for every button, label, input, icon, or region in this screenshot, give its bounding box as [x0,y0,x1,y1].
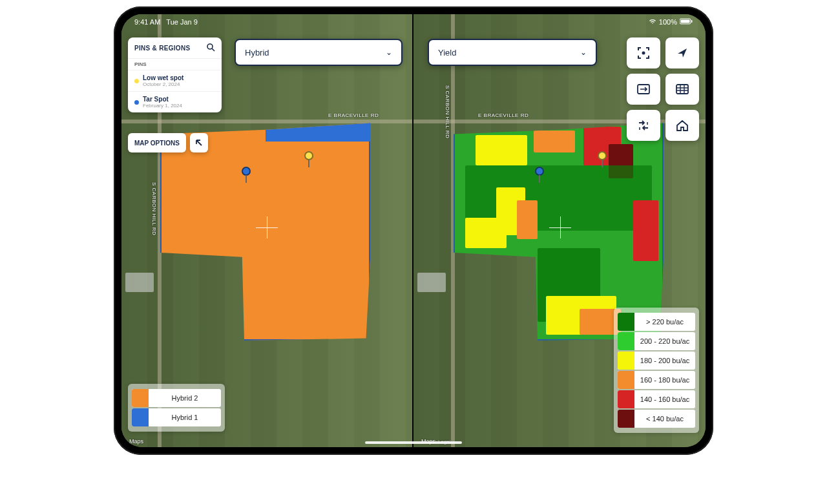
table-button[interactable] [665,74,699,105]
arrow-up-left-icon [194,138,204,147]
legend-label: < 140 bu/ac [634,415,695,423]
pins-section-header: PINS [128,58,222,70]
legend-row: Hybrid 2 [132,389,221,407]
legend-hybrid: Hybrid 2 Hybrid 1 [128,384,225,432]
pin-item-low-wet-spot[interactable]: Low wet spot October 2, 2024 [128,70,222,91]
legend-label: Hybrid 2 [149,394,221,402]
status-left: 9:41 AM Tue Jan 9 [134,18,198,26]
pin-dot-icon [134,100,139,105]
status-bar: 9:41 AM Tue Jan 9 100% [121,14,706,30]
wifi-icon [649,18,656,26]
legend-row: 180 - 200 bu/ac [618,352,695,370]
legend-label: > 220 bu/ac [634,318,695,326]
swap-view-button[interactable] [627,74,660,105]
crosshair-icon [256,216,278,238]
focus-button[interactable] [627,37,660,68]
road-label-v: S CARBON HILL RD [445,85,450,138]
pin-item-tar-spot[interactable]: Tar Spot February 1, 2024 [128,91,222,112]
buildings [417,273,446,292]
attribution-brand: Maps [129,438,143,445]
pin-yellow[interactable] [303,151,315,168]
road-h [121,120,412,123]
legend-row: Hybrid 1 [132,408,221,426]
pin-dot-icon [134,79,139,83]
swap-icon [636,83,651,95]
collapse-button[interactable] [190,133,208,152]
legend-swatch [618,390,634,408]
svg-line-4 [212,48,215,51]
battery-label: 100% [659,18,677,26]
home-indicator[interactable] [365,441,462,444]
crosshair-icon [549,216,571,238]
svg-rect-2 [691,20,693,23]
pin-item-name: Tar Spot [143,96,182,103]
legend-label: 180 - 200 bu/ac [634,357,695,364]
dropdown-label: Yield [438,48,456,58]
buildings [125,273,154,292]
pin-blue[interactable] [534,167,545,184]
legend-row: > 220 bu/ac [618,313,695,331]
pins-header: PINS & REGIONS [128,37,222,58]
compare-icon [636,120,651,131]
svg-point-5 [642,52,645,55]
map-options-group: MAP OPTIONS [128,133,208,152]
legend-row: 200 - 220 bu/ac [618,332,695,350]
dropdown-label: Hybrid [245,48,269,58]
locate-button[interactable] [665,37,699,68]
legend-label: 200 - 220 bu/ac [634,337,695,345]
location-arrow-icon [675,46,689,60]
pin-item-name: Low wet spot [143,74,183,81]
legend-label: 140 - 160 bu/ac [634,395,695,403]
pin-blue[interactable] [240,167,252,184]
chevron-down-icon: ⌄ [386,48,392,57]
table-icon [675,83,689,95]
map-attribution: Maps [127,438,143,445]
legend-label: 160 - 180 bu/ac [634,376,695,384]
tool-grid [627,37,699,141]
map-pane-right[interactable]: E BRACEVILLE RD S CARBON HILL RD Yield ⌄ [414,14,706,447]
legend-swatch [618,371,634,389]
pin-item-date: February 1, 2024 [143,103,182,109]
tablet-frame: 9:41 AM Tue Jan 9 100% E BRACEVILLE RD S… [114,6,713,455]
home-button[interactable] [665,110,699,141]
road-label-h: E BRACEVILLE RD [328,112,379,118]
legend-swatch [132,389,149,407]
legend-swatch [618,332,634,350]
svg-rect-1 [681,20,690,23]
status-time: 9:41 AM [134,18,160,26]
legend-row: < 140 bu/ac [618,410,695,428]
home-icon [675,119,689,132]
layer-dropdown-right[interactable]: Yield ⌄ [428,39,597,66]
legend-row: 160 - 180 bu/ac [618,371,695,389]
pin-yellow[interactable] [596,151,608,168]
pins-panel: PINS & REGIONS PINS Low wet spot October… [128,37,222,112]
search-icon[interactable] [206,43,215,53]
road-label-v: S CARBON HILL RD [151,182,157,235]
status-date: Tue Jan 9 [166,18,198,26]
compare-button[interactable] [627,110,660,141]
pin-item-date: October 2, 2024 [143,81,183,87]
pins-title: PINS & REGIONS [134,45,190,52]
map-options-button[interactable]: MAP OPTIONS [128,133,186,152]
battery-icon [680,18,693,26]
svg-point-3 [207,44,213,49]
chevron-down-icon: ⌄ [580,48,587,57]
road-label-h: E BRACEVILLE RD [478,112,529,118]
screen: 9:41 AM Tue Jan 9 100% E BRACEVILLE RD S… [121,14,706,447]
legend-row: 140 - 160 bu/ac [618,390,695,408]
svg-rect-7 [676,85,688,94]
legend-swatch [132,408,149,426]
legend-swatch [618,313,634,331]
legend-swatch [618,352,634,370]
status-right: 100% [649,18,693,26]
focus-icon [636,46,651,60]
layer-dropdown-left[interactable]: Hybrid ⌄ [235,39,403,66]
legend-label: Hybrid 1 [149,414,221,421]
legend-yield: > 220 bu/ac 200 - 220 bu/ac 180 - 200 bu… [614,308,699,433]
legend-swatch [618,410,634,428]
map-pane-left[interactable]: E BRACEVILLE RD S CARBON HILL RD PINS & … [121,14,414,447]
